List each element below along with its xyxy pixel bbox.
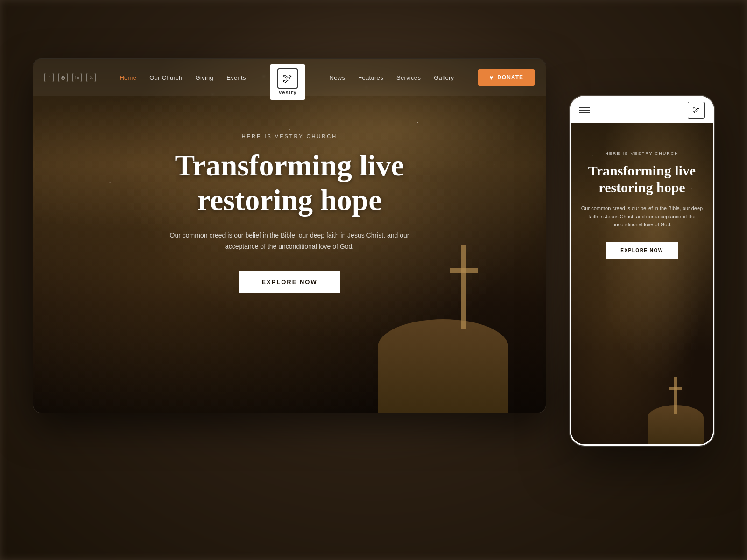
donate-button[interactable]: ♥ DONATE (478, 69, 535, 86)
mobile-hero-title: Transforming live restoring hope (580, 162, 704, 196)
mobile-navbar: 🕊 (571, 97, 713, 123)
desktop-mockup: f ◎ in 𝕏 Home Our Church Giving Events 🕊… (33, 58, 546, 413)
navbar: f ◎ in 𝕏 Home Our Church Giving Events 🕊… (33, 59, 546, 96)
nav-giving[interactable]: Giving (196, 74, 214, 81)
social-links: f ◎ in 𝕏 (44, 73, 96, 82)
nav-news[interactable]: News (330, 74, 345, 81)
mobile-cross (674, 377, 677, 414)
mobile-explore-button[interactable]: EXPLORE NOW (606, 242, 678, 259)
mobile-cross-vertical (674, 377, 677, 414)
mobile-menu-icon[interactable] (579, 107, 590, 113)
menu-bar-3 (579, 112, 590, 113)
nav-gallery[interactable]: Gallery (434, 74, 454, 81)
explore-now-button[interactable]: EXPLORE NOW (239, 271, 340, 293)
nav-events[interactable]: Events (226, 74, 246, 81)
main-nav: Home Our Church Giving Events (120, 73, 246, 82)
logo-text: Vestry (279, 90, 297, 95)
hero-subtitle: HERE IS VESTRY CHURCH (52, 133, 527, 139)
nav-features[interactable]: Features (358, 74, 383, 81)
hero-area: HERE IS VESTRY CHURCH Transforming live … (33, 96, 546, 413)
mobile-hero-subtitle: HERE IS VESTRY CHURCH (580, 151, 704, 156)
logo-icon: 🕊 (277, 68, 298, 89)
menu-bar-2 (579, 110, 590, 111)
main-nav-right: News Features Services Gallery (330, 73, 454, 82)
linkedin-icon[interactable]: in (72, 73, 82, 82)
hero-description: Our common creed is our belief in the Bi… (168, 230, 411, 252)
mobile-mockup: 🕊 HERE IS VESTRY CHURCH Transforming liv… (570, 96, 714, 446)
nav-services[interactable]: Services (396, 74, 421, 81)
logo[interactable]: 🕊 Vestry (270, 64, 305, 100)
hero-title: Transforming live restoring hope (52, 148, 527, 217)
mobile-hero-description: Our common creed is our belief in the Bi… (580, 204, 704, 229)
donate-icon: ♥ (489, 74, 493, 81)
nav-our-church[interactable]: Our Church (149, 74, 182, 81)
mobile-logo[interactable]: 🕊 (688, 102, 705, 119)
facebook-icon[interactable]: f (44, 73, 54, 82)
twitter-icon[interactable]: 𝕏 (86, 73, 96, 82)
instagram-icon[interactable]: ◎ (58, 73, 68, 82)
hero-content: HERE IS VESTRY CHURCH Transforming live … (33, 96, 546, 293)
donate-label: DONATE (497, 74, 523, 81)
mobile-hero-content: HERE IS VESTRY CHURCH Transforming live … (571, 123, 713, 259)
menu-bar-1 (579, 107, 590, 108)
mobile-church-building (643, 354, 708, 446)
mobile-hero: HERE IS VESTRY CHURCH Transforming live … (571, 123, 713, 446)
mobile-cross-horizontal (669, 387, 682, 390)
nav-home[interactable]: Home (120, 74, 136, 81)
